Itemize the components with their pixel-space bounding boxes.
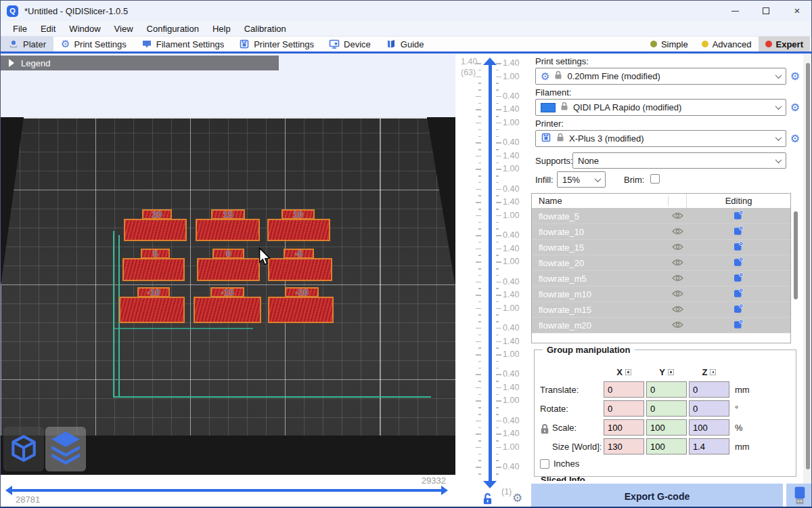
menu-configuration[interactable]: Configuration xyxy=(140,24,206,34)
mode-expert[interactable]: Expert xyxy=(759,37,810,51)
object-tab-10[interactable]: 10 xyxy=(281,209,315,219)
menu-calibration[interactable]: Calibration xyxy=(238,24,293,34)
visibility-cell[interactable] xyxy=(669,287,687,301)
object-tab-0[interactable]: 0 xyxy=(212,249,244,259)
print-settings-edit-button[interactable]: ⚙ xyxy=(789,68,801,85)
editing-cell[interactable] xyxy=(687,210,790,222)
gm-field-x[interactable] xyxy=(604,400,644,417)
object-row-flowrate_m5[interactable]: flowrate_m5 xyxy=(532,271,790,287)
gm-field-z[interactable] xyxy=(689,419,729,436)
visibility-cell[interactable] xyxy=(669,302,687,317)
visibility-cell[interactable] xyxy=(669,271,687,286)
minimize-button[interactable] xyxy=(719,1,750,21)
object-row-flowrate_15[interactable]: flowrate_15 xyxy=(532,240,790,255)
gm-field-z[interactable] xyxy=(689,381,729,398)
editing-cell[interactable] xyxy=(687,241,790,253)
mode-simple[interactable]: Simple xyxy=(644,37,695,51)
edit-settings-icon[interactable] xyxy=(734,226,744,238)
axis-reset-icon[interactable] xyxy=(710,369,716,375)
gcode-moves-slider[interactable] xyxy=(12,489,442,492)
visibility-cell[interactable] xyxy=(669,240,687,255)
preview-view-button[interactable] xyxy=(45,427,86,471)
object-tab-20[interactable]: 20 xyxy=(142,209,172,219)
legend-bar[interactable]: Legend xyxy=(1,56,279,70)
visibility-cell[interactable] xyxy=(669,209,687,224)
object-tab--10[interactable]: -10 xyxy=(137,287,170,297)
edit-settings-icon[interactable] xyxy=(734,257,744,269)
tab-device[interactable]: Device xyxy=(321,37,378,51)
tab-guide[interactable]: Guide xyxy=(378,37,432,51)
edit-settings-icon[interactable] xyxy=(734,319,744,331)
object-flowrate--5[interactable] xyxy=(268,258,332,281)
editing-cell[interactable] xyxy=(687,272,790,284)
editing-cell[interactable] xyxy=(687,257,790,269)
tab-print-settings[interactable]: ⚙Print Settings xyxy=(53,37,134,51)
visibility-cell[interactable] xyxy=(669,255,687,270)
slider-lock-icon[interactable] xyxy=(482,492,493,507)
object-flowrate-20[interactable] xyxy=(124,219,187,241)
visibility-cell[interactable] xyxy=(669,318,687,333)
sidebar-scrollbar-thumb[interactable] xyxy=(806,63,810,469)
tab-filament-settings[interactable]: Filament Settings xyxy=(134,37,231,51)
sidebar-scrollbar[interactable] xyxy=(803,54,812,484)
eye-icon[interactable] xyxy=(672,274,683,284)
object-row-flowrate_m15[interactable]: flowrate_m15 xyxy=(532,302,790,318)
object-flowrate--15[interactable] xyxy=(194,297,261,323)
axis-reset-icon[interactable] xyxy=(668,369,674,375)
printer-combo[interactable]: X-Plus 3 (modified) xyxy=(535,130,786,147)
object-tab--15[interactable]: -15 xyxy=(210,287,244,297)
edit-settings-icon[interactable] xyxy=(734,288,744,300)
eye-icon[interactable] xyxy=(672,211,683,221)
print-settings-combo[interactable]: ⚙ 0.20mm Fine (modified) xyxy=(535,68,786,85)
layer-slider-top-handle[interactable] xyxy=(483,58,497,65)
edit-settings-icon[interactable] xyxy=(734,210,744,222)
menu-window[interactable]: Window xyxy=(62,24,107,34)
eye-icon[interactable] xyxy=(672,320,683,331)
object-tab--20[interactable]: -20 xyxy=(285,287,319,297)
visibility-cell[interactable] xyxy=(669,224,687,239)
infill-combo[interactable]: 15% xyxy=(557,171,606,188)
editing-cell[interactable] xyxy=(687,319,790,331)
eye-icon[interactable] xyxy=(672,305,683,315)
maximize-button[interactable] xyxy=(750,1,782,21)
edit-settings-icon[interactable] xyxy=(734,241,744,253)
tab-plater[interactable]: Plater xyxy=(1,37,53,51)
filament-combo[interactable]: QIDI PLA Rapido (modified) xyxy=(535,99,786,116)
tab-printer-settings[interactable]: Printer Settings xyxy=(231,37,321,51)
menu-help[interactable]: Help xyxy=(206,24,238,34)
uniform-scale-lock-icon[interactable] xyxy=(540,423,549,437)
object-row-flowrate_5[interactable]: flowrate_5 xyxy=(532,209,790,224)
gm-field-x[interactable] xyxy=(604,419,644,436)
gm-field-y[interactable] xyxy=(646,400,687,417)
menu-file[interactable]: File xyxy=(6,24,34,34)
object-row-flowrate_m10[interactable]: flowrate_m10 xyxy=(532,287,790,302)
object-tab-5[interactable]: 5 xyxy=(141,249,170,259)
object-tab--5[interactable]: -5 xyxy=(284,249,314,259)
editing-cell[interactable] xyxy=(687,288,790,300)
gm-field-z[interactable] xyxy=(689,400,729,417)
edit-settings-icon[interactable] xyxy=(734,272,744,284)
gm-field-y[interactable] xyxy=(646,438,687,454)
gm-field-y[interactable] xyxy=(646,419,687,436)
editing-cell[interactable] xyxy=(687,226,790,238)
mode-advanced[interactable]: Advanced xyxy=(695,37,759,51)
object-flowrate--20[interactable] xyxy=(268,297,334,323)
brim-checkbox[interactable] xyxy=(650,174,660,184)
layer-slider-bottom-handle[interactable] xyxy=(483,481,497,488)
object-tab-15[interactable]: 15 xyxy=(211,209,245,219)
3d-editor-view-button[interactable] xyxy=(3,427,44,471)
object-flowrate-5[interactable] xyxy=(122,258,185,281)
menu-edit[interactable]: Edit xyxy=(34,24,62,34)
filament-edit-button[interactable]: ⚙ xyxy=(789,99,801,116)
editing-cell[interactable] xyxy=(687,303,790,316)
eye-icon[interactable] xyxy=(672,227,683,237)
gm-field-z[interactable] xyxy=(689,438,729,454)
object-flowrate-15[interactable] xyxy=(196,219,260,241)
object-flowrate-10[interactable] xyxy=(267,219,330,241)
object-flowrate--10[interactable] xyxy=(119,297,185,323)
3d-viewport[interactable]: 20151050-5-10-15-20 Legend 29332 28781 xyxy=(1,54,455,508)
eye-icon[interactable] xyxy=(672,258,683,268)
close-button[interactable]: × xyxy=(782,1,812,21)
gm-field-y[interactable] xyxy=(646,381,687,398)
export-to-usb-button[interactable] xyxy=(786,484,812,508)
